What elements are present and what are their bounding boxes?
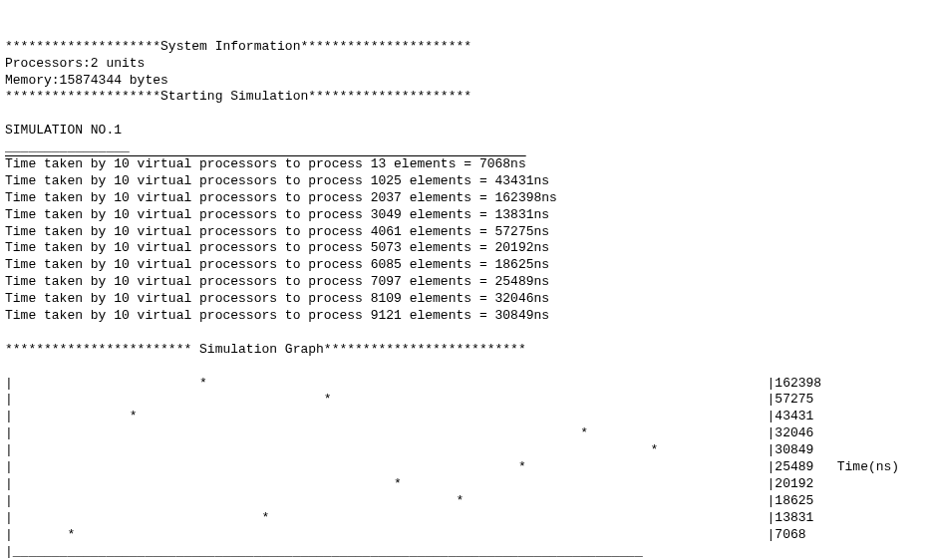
result-line: Time taken by 10 virtual processors to p… xyxy=(5,224,549,239)
processors-line: Processors:2 units xyxy=(5,56,145,71)
graph-row: | * |32046 xyxy=(5,425,813,440)
result-line: Time taken by 10 virtual processors to p… xyxy=(5,173,549,188)
simulation-underscore: ________________ xyxy=(5,140,130,154)
result-line: Time taken by 10 virtual processors to p… xyxy=(5,308,549,323)
graph-row: | * |43431 xyxy=(5,409,813,423)
graph-header: ************************ Simulation Grap… xyxy=(5,342,526,357)
graph-divider: |_______________________________________… xyxy=(5,544,643,559)
graph-row: | * |162398 xyxy=(5,376,821,391)
result-line: Time taken by 10 virtual processors to p… xyxy=(5,190,557,205)
starting-line: ********************Starting Simulation*… xyxy=(5,89,471,104)
result-line: Time taken by 10 virtual processors to p… xyxy=(5,207,549,222)
graph-row: | * |18625 xyxy=(5,493,813,508)
simulation-title: SIMULATION NO.1 xyxy=(5,123,122,138)
graph-row: | * |57275 xyxy=(5,392,813,407)
graph-row: | * |13831 xyxy=(5,510,813,525)
terminal-output: ********************System Information**… xyxy=(5,39,927,560)
graph-row: | * |20192 xyxy=(5,476,813,491)
graph-row: | * |25489 Time(ns) xyxy=(5,459,899,474)
result-line: Time taken by 10 virtual processors to p… xyxy=(5,240,549,255)
result-line: Time taken by 10 virtual processors to p… xyxy=(5,291,549,306)
result-line: Time taken by 10 virtual processors to p… xyxy=(5,274,549,289)
graph-row: | * |7068 xyxy=(5,527,806,542)
result-line: Time taken by 10 virtual processors to p… xyxy=(5,156,526,171)
result-line: Time taken by 10 virtual processors to p… xyxy=(5,257,549,272)
graph-row: | * |30849 xyxy=(5,442,813,457)
sysinfo-header: ********************System Information**… xyxy=(5,39,471,54)
memory-line: Memory:15874344 bytes xyxy=(5,73,168,88)
